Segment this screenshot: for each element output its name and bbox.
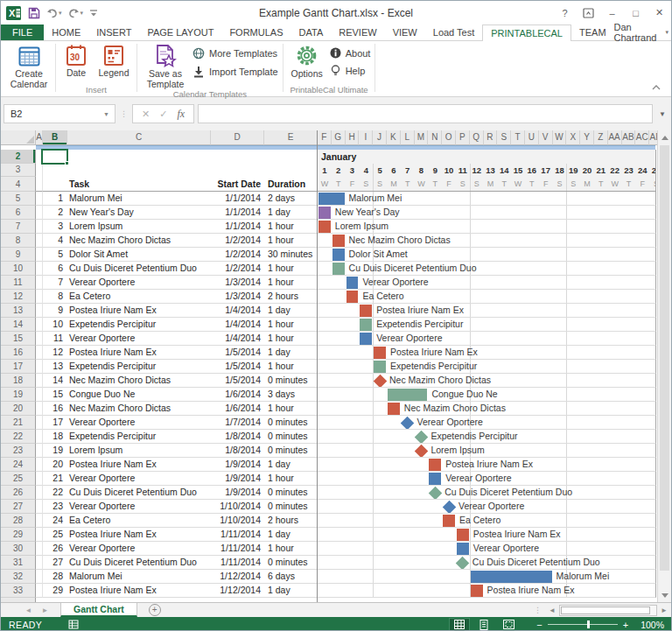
row-header-9[interactable]: 9	[1, 248, 36, 262]
gantt-cell[interactable]: Cu Duis Diceret Petentium Duo	[318, 486, 656, 500]
start-date-cell[interactable]: 1/11/2014	[211, 556, 264, 570]
task-number-cell[interactable]: 7	[43, 276, 67, 290]
cell[interactable]	[36, 304, 43, 318]
help-ribbon-button[interactable]: Help	[330, 65, 371, 76]
task-number-cell[interactable]: 15	[43, 388, 67, 402]
ribbon-tab-home[interactable]: HOME	[44, 25, 88, 40]
row-header-7[interactable]: 7	[1, 220, 36, 234]
column-header-F[interactable]: F	[318, 130, 332, 145]
column-header-C[interactable]: C	[67, 130, 211, 145]
cell[interactable]	[36, 248, 43, 262]
task-number-cell[interactable]: 18	[43, 430, 67, 444]
task-number-cell[interactable]: 12	[43, 346, 67, 360]
row-header-2[interactable]: 2	[1, 150, 36, 164]
gantt-cell[interactable]: Verear Oportere	[318, 500, 656, 514]
column-header-Y[interactable]: Y	[580, 130, 594, 145]
gantt-cell[interactable]: Postea Iriure Nam Ex	[318, 458, 656, 472]
ribbon-tab-formulas[interactable]: FORMULAS	[221, 25, 290, 40]
row-header-20[interactable]: 20	[1, 402, 36, 416]
gantt-cell[interactable]: Nec Mazim Choro Dictas	[318, 234, 656, 248]
scroll-up-icon[interactable]	[658, 130, 671, 144]
start-date-cell[interactable]: 1/1/2014	[211, 206, 264, 220]
row-header-17[interactable]: 17	[1, 360, 36, 374]
row-header-29[interactable]: 29	[1, 528, 36, 542]
task-number-cell[interactable]: 10	[43, 318, 67, 332]
cell[interactable]	[36, 542, 43, 556]
start-date-cell[interactable]: 1/12/2014	[211, 570, 264, 584]
ribbon-tab-printablecal[interactable]: PRINTABLECAL	[482, 25, 571, 41]
ribbon-tab-load-test[interactable]: Load Test	[425, 25, 483, 40]
duration-cell[interactable]: 1 hour	[264, 360, 318, 374]
hscroll-right-icon[interactable]: ►	[658, 606, 670, 614]
row-header-28[interactable]: 28	[1, 514, 36, 528]
row-header-13[interactable]: 13	[1, 304, 36, 318]
start-date-cell[interactable]: 1/4/2014	[211, 304, 264, 318]
duration-cell[interactable]: 0 minutes	[264, 416, 318, 430]
gantt-cell[interactable]: Ea Cetero	[318, 290, 656, 304]
task-name-cell[interactable]: Cu Duis Diceret Petentium Duo	[67, 262, 211, 276]
cell[interactable]	[36, 416, 43, 430]
task-name-cell[interactable]: Nec Mazim Choro Dictas	[67, 234, 211, 248]
cell[interactable]	[67, 164, 211, 177]
gantt-cell[interactable]: Verear Oportere	[318, 276, 656, 290]
column-header-AC[interactable]: AC	[635, 130, 649, 145]
start-date-cell[interactable]: 1/4/2014	[211, 318, 264, 332]
task-number-cell[interactable]: 16	[43, 402, 67, 416]
column-header-X[interactable]: X	[566, 130, 580, 145]
new-sheet-button[interactable]: +	[149, 604, 161, 616]
duration-cell[interactable]: 1 hour	[264, 276, 318, 290]
column-header-L[interactable]: L	[401, 130, 415, 145]
day-numbers-row[interactable]: 1234567891011121314151617181920212223242…	[318, 164, 656, 177]
cell[interactable]	[36, 402, 43, 416]
row-header-30[interactable]: 30	[1, 542, 36, 556]
gantt-cell[interactable]: Cu Duis Diceret Petentium Duo	[318, 556, 656, 570]
name-box[interactable]: B2 ▼	[4, 104, 116, 123]
duration-cell[interactable]: 3 days	[264, 388, 318, 402]
duration-header-cell[interactable]: Duration	[264, 177, 318, 192]
gantt-cell[interactable]: Malorum Mei	[318, 570, 656, 584]
row-header-8[interactable]: 8	[1, 234, 36, 248]
row-header-22[interactable]: 22	[1, 430, 36, 444]
start-date-cell[interactable]: 1/5/2014	[211, 374, 264, 388]
ribbon-tab-file[interactable]: FILE	[1, 25, 44, 40]
task-name-cell[interactable]: Malorum Mei	[67, 192, 211, 206]
start-date-header-cell[interactable]: Start Date	[211, 177, 264, 192]
save-as-template-button[interactable]: Save as Template	[140, 42, 191, 89]
macro-record-icon[interactable]	[68, 620, 79, 629]
gantt-cell[interactable]: Postea Iriure Nam Ex	[318, 528, 656, 542]
cell[interactable]	[36, 164, 43, 177]
gantt-cell[interactable]: Postea Iriure Nam Ex	[318, 584, 656, 598]
task-number-cell[interactable]: 26	[43, 542, 67, 556]
cell[interactable]	[36, 276, 43, 290]
duration-cell[interactable]: 1 day	[264, 458, 318, 472]
duration-cell[interactable]: 1 hour	[264, 472, 318, 486]
gantt-cell[interactable]: Nec Mazim Choro Dictas	[318, 402, 656, 416]
cell[interactable]	[36, 458, 43, 472]
select-all-corner[interactable]	[1, 130, 36, 145]
row-header-19[interactable]: 19	[1, 388, 36, 402]
sheet-nav-left-icon[interactable]: ◄	[20, 603, 37, 617]
row-header-32[interactable]: 32	[1, 570, 36, 584]
row-header-3[interactable]: 3	[1, 164, 36, 177]
task-number-cell[interactable]: 22	[43, 486, 67, 500]
column-header-N[interactable]: N	[428, 130, 442, 145]
row-header-23[interactable]: 23	[1, 444, 36, 458]
task-name-cell[interactable]: New Year's Day	[67, 206, 211, 220]
task-name-cell[interactable]: Postea Iriure Nam Ex	[67, 528, 211, 542]
start-date-cell[interactable]: 1/10/2014	[211, 514, 264, 528]
cell[interactable]	[36, 234, 43, 248]
normal-view-button[interactable]	[449, 618, 470, 631]
duration-cell[interactable]: 30 minutes	[264, 248, 318, 262]
task-name-cell[interactable]: Verear Oportere	[67, 332, 211, 346]
task-name-cell[interactable]: Ea Cetero	[67, 514, 211, 528]
column-header-W[interactable]: W	[553, 130, 567, 145]
name-box-dropdown-icon[interactable]: ▼	[103, 111, 115, 117]
row-header-31[interactable]: 31	[1, 556, 36, 570]
ribbon-tab-team[interactable]: TEAM	[571, 25, 614, 40]
task-name-cell[interactable]: Expetendis Percipitur	[67, 360, 211, 374]
cell[interactable]	[36, 192, 43, 206]
fill-handle[interactable]	[65, 161, 69, 165]
column-header-U[interactable]: U	[525, 130, 539, 145]
column-header-K[interactable]: K	[387, 130, 401, 145]
more-templates-button[interactable]: More Templates	[192, 47, 278, 60]
